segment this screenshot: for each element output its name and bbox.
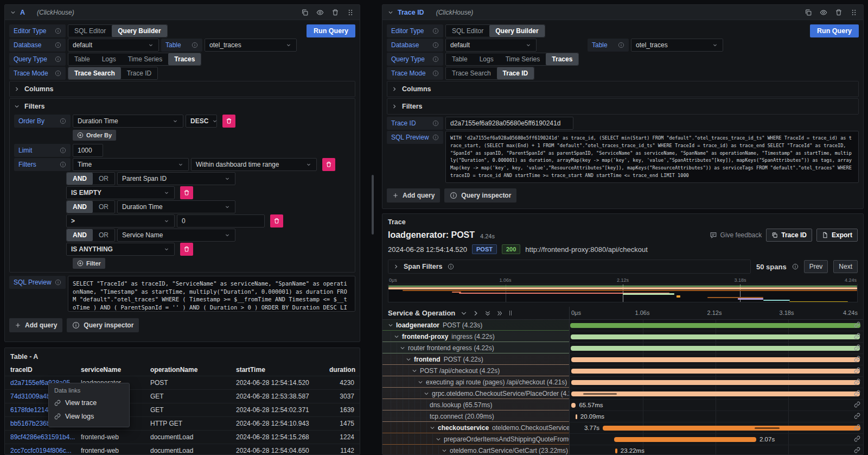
option-or[interactable]: OR <box>93 173 114 185</box>
info-icon[interactable] <box>432 70 439 77</box>
option-sql-editor[interactable]: SQL Editor <box>68 25 112 37</box>
trace-mode-toggle[interactable]: Trace SearchTrace ID <box>445 67 534 80</box>
span-name-cell[interactable]: prepareOrderItemsAndShippingQuoteFromCar… <box>382 434 569 445</box>
span-row[interactable]: frontend-proxyingress (4.22s) <box>382 331 863 343</box>
option-and[interactable]: AND <box>67 201 93 213</box>
span-link-icon[interactable] <box>854 321 860 328</box>
limit-input[interactable] <box>73 144 103 157</box>
remove-filter-button[interactable] <box>322 158 335 171</box>
option-table[interactable]: Table <box>446 53 474 65</box>
info-icon[interactable] <box>60 147 66 154</box>
copy-trace-id-button[interactable]: Trace ID <box>766 229 812 242</box>
query-type-toggle[interactable]: TableLogsTime SeriesTraces <box>445 53 579 66</box>
option-query-builder[interactable]: Query Builder <box>112 25 167 37</box>
span-bar[interactable] <box>576 414 577 419</box>
span-bar[interactable] <box>571 380 860 385</box>
info-icon[interactable] <box>60 118 66 124</box>
toggle-visibility-icon[interactable] <box>316 9 324 16</box>
option-traces[interactable]: Traces <box>546 53 578 65</box>
bool-operator-toggle[interactable]: ANDOR <box>66 172 115 185</box>
collapse-query-icon[interactable] <box>10 10 16 15</box>
expand-filters-icon[interactable] <box>392 104 397 109</box>
condition-operator-select[interactable]: > <box>66 214 175 228</box>
option-and[interactable]: AND <box>67 229 93 241</box>
collapse-span-icon[interactable] <box>430 425 435 431</box>
remove-condition-button[interactable] <box>180 186 193 199</box>
collapse-span-icon[interactable] <box>394 334 399 339</box>
filters-section[interactable]: Filters <box>387 98 859 115</box>
span-bar[interactable] <box>570 323 860 328</box>
option-time-series[interactable]: Time Series <box>122 53 169 65</box>
option-or[interactable]: OR <box>93 201 114 213</box>
query-row-header[interactable]: A (ClickHouse) <box>5 5 360 20</box>
condition-field-select[interactable]: Parent Span ID <box>117 172 235 185</box>
condition-field-select[interactable]: Service Name <box>117 229 235 242</box>
add-query-button[interactable]: Add query <box>9 318 62 332</box>
span-link-icon[interactable] <box>854 390 860 396</box>
table-select[interactable]: otel_traces <box>631 39 723 52</box>
span-row[interactable]: frontendPOST (4.22s) <box>382 354 863 365</box>
collapse-span-icon[interactable] <box>424 391 429 396</box>
info-icon[interactable] <box>618 42 624 48</box>
option-trace-search[interactable]: Trace Search <box>68 67 121 79</box>
prev-button[interactable]: Prev <box>804 260 828 273</box>
info-icon[interactable] <box>55 28 61 34</box>
option-or[interactable]: OR <box>93 229 114 241</box>
duplicate-query-icon[interactable] <box>301 9 309 16</box>
condition-operator-select[interactable]: IS EMPTY <box>66 186 175 199</box>
column-header-startTime[interactable]: startTime <box>236 366 329 374</box>
span-row[interactable]: POST /api/checkout (4.22s) <box>382 365 863 377</box>
remove-condition-button[interactable] <box>180 243 193 256</box>
span-name-cell[interactable]: oteldemo.CartService/GetCart (23.22ms) <box>382 445 569 455</box>
filter-value-select[interactable]: Within dashboard time range <box>191 158 317 171</box>
editor-type-toggle[interactable]: SQL EditorQuery Builder <box>445 24 545 37</box>
run-query-button[interactable]: Run Query <box>307 24 355 37</box>
collapse-span-icon[interactable] <box>400 345 405 351</box>
query-row-header[interactable]: Trace ID (ClickHouse) <box>382 5 863 20</box>
info-icon[interactable] <box>192 42 198 48</box>
info-icon[interactable] <box>432 134 439 141</box>
columns-section[interactable]: Columns <box>387 81 859 97</box>
info-icon[interactable] <box>432 28 439 34</box>
span-bar[interactable] <box>571 357 860 362</box>
add-filter-button[interactable]: Filter <box>73 258 105 269</box>
span-link-icon[interactable] <box>854 447 860 453</box>
collapse-one-icon[interactable] <box>461 310 467 317</box>
collapse-span-icon[interactable] <box>442 448 447 453</box>
span-link-icon[interactable] <box>854 356 860 362</box>
expand-columns-icon[interactable] <box>14 86 20 92</box>
span-name-cell[interactable]: frontendPOST (4.22s) <box>382 354 569 365</box>
delete-query-icon[interactable] <box>835 9 843 16</box>
option-trace-id[interactable]: Trace ID <box>497 67 534 79</box>
bool-operator-toggle[interactable]: ANDOR <box>66 229 115 242</box>
span-name-cell[interactable]: executing api route (pages) /api/checkou… <box>382 377 569 388</box>
expand-span-filters-icon[interactable] <box>393 264 399 269</box>
span-row[interactable]: oteldemo.CartService/GetCart (23.22ms)23… <box>382 445 863 455</box>
option-trace-search[interactable]: Trace Search <box>446 67 497 79</box>
span-link-icon[interactable] <box>854 401 860 408</box>
option-logs[interactable]: Logs <box>96 53 122 65</box>
span-row[interactable]: checkoutserviceoteldemo.CheckoutService/… <box>382 422 863 434</box>
export-button[interactable]: Export <box>816 229 858 242</box>
option-traces[interactable]: Traces <box>168 53 201 65</box>
order-by-field-select[interactable]: Duration Time <box>73 115 183 128</box>
span-row[interactable]: grpc.oteldemo.CheckoutService/PlaceOrder… <box>382 388 863 400</box>
scrollbar-thumb[interactable] <box>372 175 374 235</box>
expand-one-icon[interactable] <box>473 310 479 317</box>
duplicate-query-icon[interactable] <box>805 9 812 16</box>
collapse-query-icon[interactable] <box>388 10 393 15</box>
remove-order-by-button[interactable] <box>222 115 235 128</box>
span-name-cell[interactable]: checkoutserviceoteldemo.CheckoutService/… <box>382 422 569 433</box>
add-order-by-button[interactable]: Order By <box>73 130 116 141</box>
condition-operator-select[interactable]: IS ANYTHING <box>66 243 175 256</box>
column-header-serviceName[interactable]: serviceName <box>81 366 150 374</box>
info-icon[interactable] <box>448 263 454 270</box>
option-sql-editor[interactable]: SQL Editor <box>446 25 489 37</box>
column-header-operationName[interactable]: operationName <box>150 366 236 374</box>
add-query-button[interactable]: Add query <box>387 188 440 203</box>
remove-condition-button[interactable] <box>270 214 283 228</box>
drag-handle-icon[interactable] <box>850 9 858 16</box>
span-bar[interactable] <box>571 369 860 374</box>
query-inspector-button[interactable]: Query inspector <box>67 318 139 332</box>
view-trace-link[interactable]: View trace <box>54 396 124 409</box>
